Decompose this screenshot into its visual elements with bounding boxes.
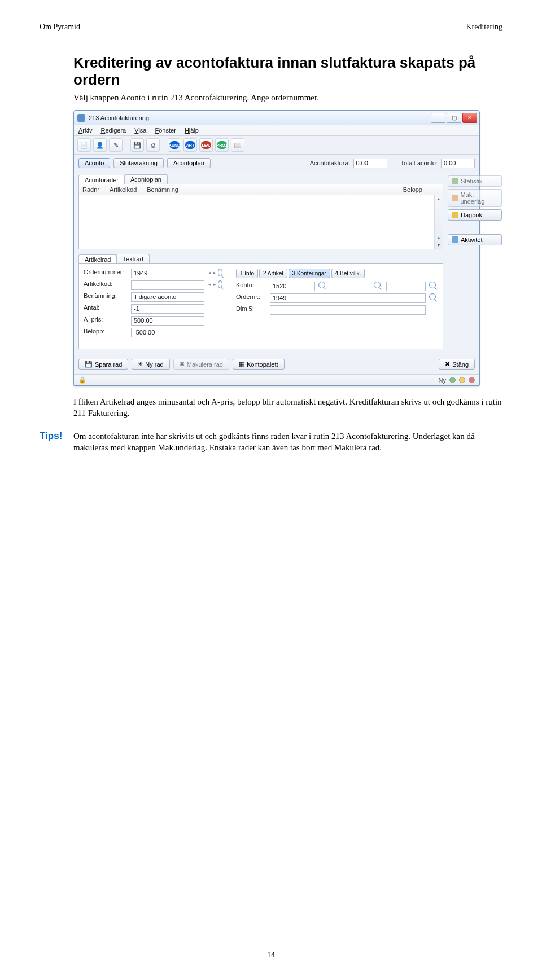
acontofaktura-field[interactable]: 0.00 [353, 159, 387, 168]
search-icon[interactable] [318, 282, 325, 288]
antal-label: Antal: [84, 304, 128, 314]
page-number: 14 [267, 951, 275, 959]
dim5-field[interactable] [270, 305, 426, 315]
totalt-aconto-label: Totalt aconto: [401, 160, 438, 166]
konto-field-3[interactable] [386, 282, 426, 291]
search-icon[interactable] [429, 293, 436, 300]
search-icon[interactable] [429, 282, 436, 288]
header-rule [40, 34, 502, 34]
menu-arkiv[interactable]: Arkiv [78, 127, 92, 134]
scroll-up-icon[interactable]: ▴ [435, 195, 443, 203]
paragraph-2: I fliken Artikelrad anges minusantal och… [73, 396, 502, 419]
list-body[interactable]: ▴ ▸ ▾ [79, 195, 443, 249]
konto-field-2[interactable] [331, 282, 370, 291]
toolbar-edit-icon[interactable]: ✎ [109, 138, 123, 152]
belopp-field[interactable]: -500.00 [131, 328, 204, 337]
apris-label: A -pris: [84, 316, 128, 326]
ordernummer-field[interactable]: 1949 [131, 269, 204, 278]
tab-acontoplan[interactable]: Acontoplan [124, 174, 168, 184]
statusbar: 🔒 Ny [74, 374, 479, 385]
minitab-konteringar[interactable]: 3 Konteringar [289, 269, 330, 278]
dagbok-button[interactable]: Dagbok [448, 209, 502, 221]
chip-proj[interactable]: PROJ [215, 138, 229, 152]
menu-hjalp[interactable]: Hjälp [185, 127, 199, 134]
chart-icon [452, 178, 458, 184]
tips-text: Om acontofakturan inte har skrivits ut o… [73, 430, 502, 454]
tab-artikelrad[interactable]: Artikelrad [78, 254, 117, 264]
scroll-down-icon[interactable]: ▾ [435, 241, 443, 249]
aconto-button[interactable]: Aconto [78, 158, 110, 168]
next-icon[interactable]: ▸ [213, 269, 217, 276]
chip-art[interactable]: ART [183, 138, 197, 152]
spara-rad-button[interactable]: 💾 Spara rad [78, 359, 128, 370]
list-pane: Radnr Artikelkod Benämning Belopp ▴ ▸ ▾ [78, 184, 443, 249]
close-button[interactable]: ✕ [462, 113, 477, 123]
activity-icon [452, 236, 458, 243]
makulera-rad-button: ✖ Makulera rad [173, 359, 229, 370]
detail-pane: Ordernummer: 1949 ◂▸ Artikelkod: ◂▸ Benä… [78, 263, 443, 349]
aktivitet-button[interactable]: Aktivitet [448, 234, 502, 245]
toolbar: 📄 👤 ✎ 💾 ⎙ KUND ART LEV. PROJ 📖 [74, 136, 479, 155]
tips-label: Tips! [40, 430, 73, 442]
makunderlag-button: Mak. underlag [448, 189, 502, 207]
slutavrakning-button[interactable]: Slutavräkning [113, 158, 164, 168]
footer-buttons: 💾 Spara rad ✳ Ny rad ✖ Makulera rad ▦ Ko… [74, 354, 479, 374]
toolbar-print-icon[interactable]: ⎙ [146, 138, 160, 152]
col-artikelkod: Artikelkod [110, 186, 137, 193]
chip-kund[interactable]: KUND [168, 138, 181, 152]
status-dot-green [449, 377, 456, 383]
next-icon[interactable]: ▸ [213, 280, 217, 288]
tab-acontorader[interactable]: Acontorader [78, 175, 125, 184]
toolbar-new-icon[interactable]: 📄 [77, 138, 91, 152]
toolbar-save-icon[interactable]: 💾 [130, 138, 144, 152]
search-icon[interactable] [218, 269, 222, 276]
app-window: 213 Acontofakturering — ▢ ✕ Arkiv Redige… [73, 110, 480, 386]
header-left: Om Pyramid [40, 23, 80, 32]
status-dot-yellow [459, 377, 465, 383]
kontopalett-button[interactable]: ▦ Kontopalett [233, 359, 285, 370]
ordernummer-label: Ordernummer: [84, 269, 128, 278]
app-icon [77, 114, 85, 122]
prev-icon[interactable]: ◂ [208, 269, 212, 276]
ny-rad-button[interactable]: ✳ Ny rad [132, 359, 169, 370]
stang-button[interactable]: ✖ Stäng [439, 359, 475, 370]
dim5-label: Dim 5: [236, 305, 266, 315]
menu-visa[interactable]: Visa [134, 127, 146, 134]
book-icon [452, 212, 458, 218]
header-right: Kreditering [466, 23, 502, 32]
maximize-button[interactable]: ▢ [447, 113, 461, 123]
chip-lev[interactable]: LEV. [199, 138, 213, 152]
menubar: Arkiv Redigera Visa Fönster Hjälp [74, 125, 479, 136]
menu-fonster[interactable]: Fönster [155, 127, 176, 134]
status-ny: Ny [439, 377, 446, 384]
scrollbar[interactable]: ▴ ▸ ▾ [434, 195, 443, 249]
benamning-field[interactable]: Tidigare aconto [131, 292, 204, 302]
apris-field[interactable]: 500.00 [131, 316, 204, 326]
minitab-artikel[interactable]: 2 Artikel [259, 269, 287, 278]
acontoplan-button[interactable]: Acontoplan [167, 158, 211, 168]
menu-redigera[interactable]: Redigera [101, 127, 126, 134]
statistik-button: Statistik [448, 175, 502, 187]
intro-paragraph: Välj knappen Aconto i rutin 213 Acontofa… [73, 92, 502, 103]
totalt-aconto-field[interactable]: 0.00 [441, 159, 475, 168]
konto-field[interactable]: 1520 [270, 282, 315, 291]
toolbar-help-icon[interactable]: 📖 [231, 138, 244, 152]
prev-icon[interactable]: ◂ [208, 280, 212, 288]
ordernr-label: Ordernr.: [236, 293, 266, 303]
search-icon[interactable] [218, 280, 222, 288]
col-radnr: Radnr [82, 186, 99, 193]
toolbar-user-icon[interactable]: 👤 [93, 138, 107, 152]
ordernr-field[interactable]: 1949 [270, 293, 426, 303]
search-icon[interactable] [374, 282, 381, 288]
minimize-button[interactable]: — [431, 113, 445, 123]
minitab-betvillk[interactable]: 4 Bet.villk. [331, 269, 365, 278]
action-row: Aconto Slutavräkning Acontoplan Acontofa… [74, 155, 479, 172]
window-title: 213 Acontofakturering [89, 115, 149, 121]
scroll-right-icon[interactable]: ▸ [435, 234, 443, 241]
antal-field[interactable]: -1 [131, 304, 204, 314]
minitab-info[interactable]: 1 Info [236, 269, 258, 278]
konto-label: Konto: [236, 282, 266, 291]
col-benamning: Benämning [147, 186, 178, 193]
artikelkod-field[interactable] [131, 280, 204, 290]
tab-textrad[interactable]: Textrad [116, 254, 149, 263]
